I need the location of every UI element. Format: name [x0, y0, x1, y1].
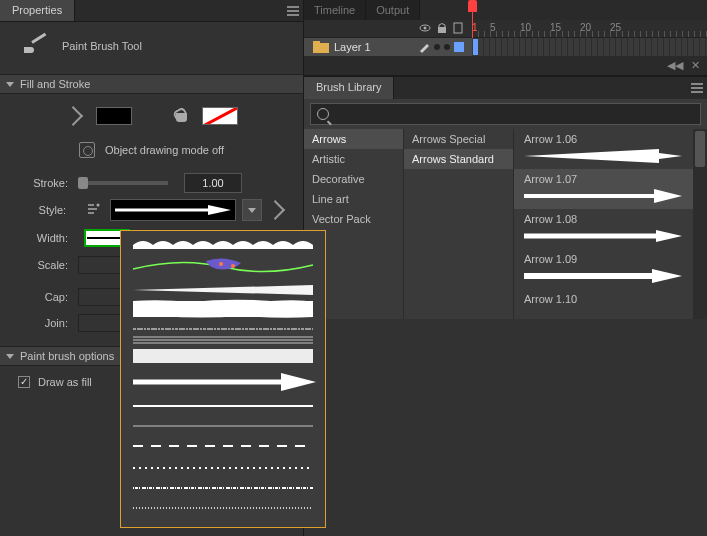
checkmark-icon: ✓ [20, 377, 28, 387]
brush-preview-list: Arrow 1.06 Arrow 1.07 Arrow 1.08 Arrow 1… [514, 129, 707, 319]
object-drawing-label: Object drawing mode off [105, 144, 224, 156]
category-item[interactable]: Arrows [304, 129, 403, 149]
tool-name-label: Paint Brush Tool [62, 40, 142, 52]
timeline-panel: Timeline Output 1 5 10 15 20 25 Layer 1 [304, 0, 707, 56]
scrollbar-thumb[interactable] [695, 131, 705, 167]
right-side: Timeline Output 1 5 10 15 20 25 Layer 1 [304, 0, 707, 536]
svg-marker-32 [656, 230, 682, 242]
category-item[interactable]: Decorative [304, 169, 403, 189]
keyframe[interactable] [473, 39, 478, 55]
svg-point-0 [96, 204, 99, 207]
brush-name: Arrow 1.10 [524, 293, 577, 305]
stroke-style-options-icon[interactable] [82, 199, 103, 221]
brush-library-search[interactable] [310, 103, 701, 125]
brush-preview-item[interactable]: Arrow 1.07 [514, 169, 707, 209]
dock-strip: ◀◀ ✕ [304, 56, 707, 76]
visibility-dot[interactable] [434, 44, 440, 50]
tab-properties[interactable]: Properties [0, 0, 75, 21]
arrow-preview-icon [113, 203, 233, 217]
brush-library-panel: Brush Library Arrows Artistic Decorative… [304, 76, 707, 319]
timeline-tabs: Timeline Output [304, 0, 707, 20]
layer-pencil-icon[interactable] [418, 41, 430, 53]
brush-name: Arrow 1.09 [524, 253, 577, 265]
current-tool-row: Paint Brush Tool [0, 22, 303, 74]
paint-brush-icon [24, 36, 48, 56]
edit-stroke-style-pencil-icon[interactable] [268, 199, 289, 221]
join-label: Join: [0, 317, 78, 329]
stroke-weight-slider[interactable] [78, 181, 168, 185]
collapse-left-icon[interactable]: ◀◀ [667, 59, 683, 73]
section-title: Fill and Stroke [20, 78, 90, 90]
layer-name[interactable]: Layer 1 [334, 41, 418, 53]
brush-library-tabbar: Brush Library [304, 77, 707, 99]
panel-menu-button[interactable] [283, 0, 303, 21]
eye-icon[interactable] [419, 22, 431, 34]
layer-indicators [418, 41, 464, 53]
category-item[interactable]: Vector Pack [304, 209, 403, 229]
brush-preview-item[interactable]: Arrow 1.06 [514, 129, 707, 169]
brush-name: Arrow 1.06 [524, 133, 577, 145]
svg-rect-24 [454, 23, 462, 33]
svg-rect-27 [454, 42, 464, 52]
stroke-style-dropdown[interactable] [110, 199, 236, 221]
section-fill-and-stroke[interactable]: Fill and Stroke [0, 74, 303, 94]
layer-column-icons [419, 22, 463, 34]
object-drawing-toggle-icon[interactable] [79, 142, 95, 158]
svg-rect-26 [313, 41, 320, 44]
layer-icon [312, 40, 330, 54]
svg-marker-28 [524, 149, 682, 163]
scale-label: Scale: [0, 259, 78, 271]
svg-marker-14 [281, 373, 316, 391]
disclosure-triangle-icon [6, 354, 14, 359]
category-item[interactable]: Line art [304, 189, 403, 209]
stroke-color-pencil-icon[interactable] [66, 106, 86, 126]
subcategory-item[interactable]: Arrows Standard [404, 149, 513, 169]
svg-marker-30 [654, 189, 682, 203]
stroke-label: Stroke: [0, 177, 78, 189]
tab-timeline[interactable]: Timeline [304, 0, 366, 20]
panel-menu-button[interactable] [687, 77, 707, 99]
chevron-down-icon [248, 208, 256, 213]
disclosure-triangle-icon [6, 82, 14, 87]
category-item[interactable]: Artistic [304, 149, 403, 169]
outline-color-swatch[interactable] [454, 42, 464, 52]
svg-rect-12 [133, 349, 313, 363]
tab-brush-library[interactable]: Brush Library [304, 77, 394, 99]
svg-marker-34 [652, 269, 682, 283]
svg-point-22 [424, 27, 427, 30]
svg-rect-25 [313, 43, 329, 53]
width-label: Width: [0, 232, 78, 244]
fill-color-swatch-none[interactable] [202, 107, 238, 125]
cap-label: Cap: [0, 291, 78, 303]
svg-point-4 [219, 262, 223, 266]
lock-icon[interactable] [437, 22, 447, 34]
draw-as-fill-checkbox[interactable]: ✓ [18, 376, 30, 388]
style-label: Style: [0, 204, 76, 216]
brush-preview-item[interactable]: Arrow 1.09 [514, 249, 707, 289]
scrollbar[interactable] [693, 129, 707, 319]
stroke-weight-input[interactable] [184, 173, 242, 193]
timeline-ruler[interactable]: 1 5 10 15 20 25 [304, 20, 707, 38]
stroke-color-swatch[interactable] [96, 107, 132, 125]
close-panel-icon[interactable]: ✕ [687, 59, 703, 73]
tab-output[interactable]: Output [366, 0, 420, 20]
search-icon [317, 108, 329, 120]
stroke-style-dropdown-button[interactable] [242, 199, 262, 221]
svg-marker-2 [208, 205, 231, 215]
draw-as-fill-label: Draw as fill [38, 376, 92, 388]
stroke-style-popup[interactable] [120, 230, 326, 528]
brush-name: Arrow 1.07 [524, 173, 577, 185]
fill-color-bucket-icon[interactable] [172, 106, 192, 126]
search-input[interactable] [335, 108, 694, 120]
subcategory-item[interactable]: Arrows Special [404, 129, 513, 149]
lock-dot[interactable] [444, 44, 450, 50]
outline-icon[interactable] [453, 22, 463, 34]
subcategory-list: Arrows Special Arrows Standard [404, 129, 514, 319]
brush-preview-item[interactable]: Arrow 1.10 [514, 289, 707, 319]
svg-rect-23 [438, 27, 446, 33]
frame-strip[interactable] [472, 38, 707, 56]
properties-tabbar: Properties [0, 0, 303, 22]
playhead[interactable] [472, 0, 473, 38]
brush-preview-item[interactable]: Arrow 1.08 [514, 209, 707, 249]
brush-styles-preview[interactable] [121, 231, 325, 527]
